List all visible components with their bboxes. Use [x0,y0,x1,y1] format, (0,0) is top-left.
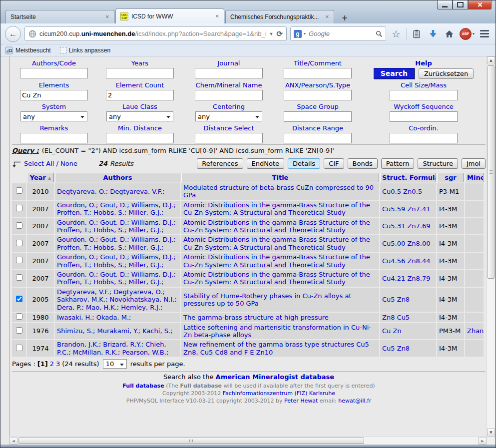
google-icon[interactable]: g [294,30,302,38]
row-title-link[interactable]: New refinement of the gamma brass type s… [183,341,369,356]
tab-icsd-active[interactable]: LMU CuP ICSD for WWW ✕ [115,8,224,23]
coordin-field[interactable] [390,133,458,143]
row-authors-link[interactable]: Gourdon, O.; Gout, D.; Williams, D.J.; P… [57,253,176,268]
per-page-select[interactable]: 10 [103,359,127,369]
anx-pearson-stype-field[interactable] [284,90,352,100]
fiz-karlsruhe-link[interactable]: Fachinformationszentrum (FIZ) Karlsruhe [223,390,335,397]
label-min-distance[interactable]: Min. Distance [118,124,162,132]
row-checkbox[interactable] [16,274,22,281]
select-all-none-link[interactable]: Select All / None [24,160,77,167]
abp-caret-icon[interactable]: ▾ [473,31,475,36]
search-engine-caret-icon[interactable]: ▾ [304,31,306,36]
cif-button[interactable]: CIF [324,158,344,169]
row-checkbox[interactable] [16,257,22,263]
row-formula-link[interactable]: Cu5.00 Zn8.00 [382,240,430,247]
label-element-count[interactable]: Element Count [116,81,164,89]
new-tab-button[interactable]: + [337,12,352,23]
label-system[interactable]: System [42,103,66,110]
row-authors-link[interactable]: Gourdon, O.; Gout, D.; Williams, D.J.; P… [57,219,176,234]
email-link[interactable]: hewat@ill.fr [338,398,371,404]
downloads-button[interactable] [427,27,440,40]
column-header-title[interactable]: Title [181,173,379,182]
row-formula-link[interactable]: Zn8 Cu5 [382,314,410,321]
search-box[interactable]: g ▾ [290,26,386,41]
authors-code-field[interactable] [20,68,88,78]
tab-chemisches[interactable]: Chemisches Forschungspraktik... ✕ [225,10,334,23]
adblock-button[interactable]: ABP ▾ [460,28,475,40]
label-cell-size-mass[interactable]: Cell Size/Mass [401,81,447,89]
row-checkbox[interactable] [16,327,22,334]
row-checkbox[interactable] [16,240,22,246]
back-button[interactable]: ← [5,26,21,42]
row-checkbox[interactable] [16,187,22,194]
column-header-mineral[interactable]: Mineral [465,173,484,182]
web-search-input[interactable] [308,29,374,38]
bookmark-links-anpassen[interactable]: Links anpassen [60,47,110,54]
label-anx-pearson-stype[interactable]: ANX/Pearson/S.Type [285,81,350,89]
row-authors-link[interactable]: Brandon, J.K.; Brizard, R.Y.; Chieh, P.C… [57,341,168,356]
row-checkbox[interactable] [16,313,22,320]
vertical-scrollbar[interactable]: ▲ ▼ [487,56,495,437]
column-header-struct-formula[interactable]: Struct. Formula [380,173,436,182]
bookmark-meistbesucht[interactable]: Meistbesucht [5,46,51,54]
space-group-field[interactable] [284,111,352,122]
row-authors-link[interactable]: Iwasaki, H.; Okada, M.; [57,314,131,321]
title-comment-field[interactable] [284,68,352,78]
menu-button[interactable] [478,27,491,40]
url-text[interactable]: cicum200.cup.uni-muenchen.de/icsd/index.… [39,30,266,37]
row-title-link[interactable]: Atomic Distributions in the gamma-Brass … [183,219,370,234]
horizontal-scrollbar[interactable]: ◄ ► [9,437,487,445]
row-formula-link[interactable]: Cu Zn [382,327,402,335]
home-button[interactable] [443,27,456,40]
tab-close-icon[interactable]: ✕ [325,14,329,19]
label-distance-range[interactable]: Distance Range [292,124,343,132]
row-checkbox[interactable] [16,296,22,302]
full-database-link[interactable]: Full database [122,383,164,389]
page-2-link[interactable]: 2 [50,360,54,368]
url-bar[interactable]: cicum200.cup.uni-muenchen.de/icsd/index.… [24,26,287,41]
row-checkbox[interactable] [16,222,22,229]
scroll-left-button[interactable]: ◄ [9,437,17,445]
column-header-sgr[interactable]: sgr [437,173,464,182]
remarks-field[interactable] [20,133,88,143]
row-formula-link[interactable]: Cu5 Zn8 [382,296,410,303]
row-title-link[interactable]: Atomic Distributions in the gamma-Brass … [183,236,370,251]
label-laue-class[interactable]: Laue Class [122,103,157,110]
row-mineral-link[interactable]: Zhanghengite [467,327,484,335]
row-formula-link[interactable]: Cu5.59 Zn7.41 [382,205,430,213]
details-button[interactable]: Details [288,158,320,169]
close-button[interactable] [468,0,492,9]
label-space-group[interactable]: Space Group [297,103,338,110]
centering-select[interactable]: any [195,111,262,121]
maximize-button[interactable] [453,0,468,9]
scroll-right-button[interactable]: ► [479,437,487,445]
row-title-link[interactable]: Atomic Distributions in the gamma-Brass … [183,201,370,216]
endnote-button[interactable]: EndNote [247,158,284,169]
distance-select-field[interactable] [195,133,263,143]
system-select[interactable]: any [20,111,87,121]
laue-class-select[interactable]: any [106,111,173,121]
label-chem-mineral-name[interactable]: Chem/Mineral Name [196,81,262,89]
row-formula-link[interactable]: Cu4.21 Zn8.79 [382,275,430,282]
tab-startseite[interactable]: Startseite ✕ [5,10,114,23]
url-dropdown-icon[interactable]: ▼ [269,31,273,36]
row-authors-link[interactable]: Gourdon, O.; Gout, D.; Williams, D.J.; P… [57,201,176,216]
row-title-link[interactable]: The gamma-brass structure at high pressu… [183,314,329,321]
label-coordin[interactable]: Co-ordin. [409,124,439,132]
peter-hewat-link[interactable]: Peter Hewat [284,398,318,404]
scroll-down-button[interactable]: ▼ [487,429,495,437]
row-checkbox[interactable] [16,345,22,351]
horizontal-scroll-thumb[interactable] [18,438,364,444]
help-link[interactable]: Help [415,59,432,67]
row-formula-link[interactable]: Cu0.5 Zn0.5 [382,188,422,195]
journal-field[interactable] [195,68,263,78]
row-formula-link[interactable]: Cu5.31 Zn7.69 [382,222,430,230]
vertical-scroll-thumb[interactable] [488,65,495,279]
search-magnifier-icon[interactable] [376,30,383,37]
row-authors-link[interactable]: Degtyareva, O.; Degtyareva, V.F.; [57,188,165,195]
row-authors-link[interactable]: Shimizu, S.; Murakami, Y.; Kachi, S.; [57,327,172,335]
column-header-authors[interactable]: Authors [55,173,180,182]
distance-range-field[interactable] [284,133,352,143]
chem-mineral-name-field[interactable] [195,90,263,100]
label-years[interactable]: Years [131,59,148,67]
